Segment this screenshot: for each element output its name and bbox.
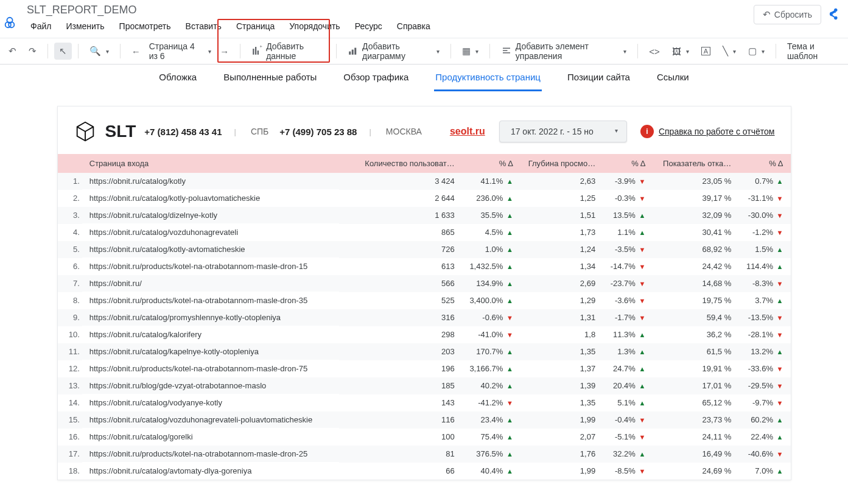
shape-button[interactable]: ▢▾ xyxy=(743,43,769,60)
reset-label: Сбросить xyxy=(774,10,812,19)
table-row[interactable]: 15.https://obnit.ru/catalog/vozduhonagre… xyxy=(58,411,791,429)
tab-5[interactable]: Ссылки xyxy=(656,68,690,91)
arrow-up-icon: ▲ xyxy=(506,195,513,202)
menu-справка[interactable]: Справка xyxy=(391,19,436,33)
prev-page-button[interactable]: ← xyxy=(127,43,145,60)
text-button[interactable]: A xyxy=(696,44,715,58)
table-row[interactable]: 5.https://obnit.ru/catalog/kotly-avtomat… xyxy=(58,241,791,258)
col-header-5[interactable]: % Δ xyxy=(603,154,653,173)
menu-страница[interactable]: Страница xyxy=(230,19,281,33)
table-row[interactable]: 17.https://obnit.ru/products/kotel-na-ot… xyxy=(58,446,791,463)
row-index: 9. xyxy=(58,309,82,326)
menu-упорядочить[interactable]: Упорядочить xyxy=(283,19,346,33)
row-bounce: 59,4 % xyxy=(653,309,738,326)
row-bounce: 24,11 % xyxy=(653,429,738,446)
undo-button[interactable]: ↶ xyxy=(4,43,21,60)
row-url: https://obnit.ru/ xyxy=(82,275,340,292)
row-bounce: 24,69 % xyxy=(653,463,738,480)
row-depth: 2,69 xyxy=(520,275,603,292)
menu-изменить[interactable]: Изменить xyxy=(60,19,110,33)
redo-button[interactable]: ↷ xyxy=(24,43,41,60)
table-row[interactable]: 4.https://obnit.ru/catalog/vozduhonagrev… xyxy=(58,224,791,241)
table-row[interactable]: 18.https://obnit.ru/catalog/avtomaty-dly… xyxy=(58,463,791,480)
delta-cell: -0.3% ▼ xyxy=(603,190,653,207)
menu-файл[interactable]: Файл xyxy=(24,19,57,33)
row-depth: 1,37 xyxy=(520,360,603,377)
row-users: 865 xyxy=(339,224,461,241)
arrow-down-icon: ▼ xyxy=(777,331,783,338)
table-row[interactable]: 12.https://obnit.ru/products/kotel-na-ot… xyxy=(58,360,791,377)
brand-logo-icon xyxy=(74,120,97,143)
embed-button[interactable]: <> xyxy=(644,43,665,60)
image-icon: 🖼 xyxy=(672,46,681,57)
theme-label: Тема и шаблон xyxy=(787,41,839,61)
col-header-4[interactable]: Глубина просмо… xyxy=(520,154,603,173)
col-header-1[interactable]: Страница входа xyxy=(82,154,340,173)
menu-вставить[interactable]: Вставить xyxy=(180,19,228,33)
theme-button[interactable]: Тема и шаблон xyxy=(782,38,844,64)
row-bounce: 30,41 % xyxy=(653,224,738,241)
arrow-down-icon: ▼ xyxy=(506,314,513,321)
chevron-down-icon: ▾ xyxy=(762,48,765,55)
row-depth: 1,51 xyxy=(520,207,603,224)
share-icon[interactable] xyxy=(826,5,841,24)
page-indicator[interactable]: Страница 4 из 6▾ xyxy=(148,38,213,64)
col-header-2[interactable]: Количество пользоват… xyxy=(339,154,461,173)
delta-cell: -30.0% ▼ xyxy=(738,207,790,224)
col-header-3[interactable]: % Δ xyxy=(462,154,520,173)
table-row[interactable]: 1.https://obnit.ru/catalog/kotly3 42441.… xyxy=(58,173,791,190)
line-button[interactable]: ╲▾ xyxy=(718,43,741,60)
separator xyxy=(489,44,490,58)
community-viz-button[interactable]: ▦▾ xyxy=(457,43,483,60)
table-row[interactable]: 7.https://obnit.ru/566134.9% ▲2,69-23.7%… xyxy=(58,275,791,292)
tab-3[interactable]: Продуктивность страниц xyxy=(434,68,542,91)
col-header-6[interactable]: Показатель отка… xyxy=(653,154,738,173)
table-row[interactable]: 3.https://obnit.ru/catalog/dizelnye-kotl… xyxy=(58,207,791,224)
image-button[interactable]: 🖼▾ xyxy=(667,43,694,60)
next-page-button[interactable]: → xyxy=(215,43,234,60)
arrow-up-icon: ▲ xyxy=(639,382,645,390)
menu-просмотреть[interactable]: Просмотреть xyxy=(113,19,177,33)
table-row[interactable]: 9.https://obnit.ru/catalog/promyshlennye… xyxy=(58,309,791,326)
doc-title[interactable]: SLT_REPORT_DEMO xyxy=(24,2,436,18)
add-control-button[interactable]: Добавить элемент управления▾ xyxy=(496,38,632,64)
arrow-up-icon: ▲ xyxy=(639,331,645,338)
row-users: 2 644 xyxy=(339,190,461,207)
add-data-button[interactable]: + Добавить данные xyxy=(247,38,330,64)
table-row[interactable]: 10.https://obnit.ru/catalog/kalorifery29… xyxy=(58,326,791,343)
row-index: 12. xyxy=(58,360,82,377)
table-row[interactable]: 13.https://obnit.ru/blog/gde-vzyat-otrab… xyxy=(58,377,791,394)
col-header-0[interactable] xyxy=(58,154,82,173)
table-row[interactable]: 14.https://obnit.ru/catalog/vodyanye-kot… xyxy=(58,394,791,411)
arrow-down-icon: ▼ xyxy=(777,229,783,236)
tab-1[interactable]: Выполненные работы xyxy=(222,68,318,91)
row-depth: 1,35 xyxy=(520,394,603,411)
zoom-button[interactable]: 🔍▾ xyxy=(85,43,114,60)
arrow-up-icon: ▲ xyxy=(639,348,645,355)
toolbar: ↶ ↷ ↖ 🔍▾ ← Страница 4 из 6▾ → + Добавить… xyxy=(0,38,848,65)
delta-cell: -8.3% ▼ xyxy=(738,275,790,292)
table-row[interactable]: 16.https://obnit.ru/catalog/gorelki10075… xyxy=(58,429,791,446)
row-url: https://obnit.ru/catalog/kotly xyxy=(82,173,340,190)
menu-ресурс[interactable]: Ресурс xyxy=(349,19,388,33)
reset-button[interactable]: ↶ Сбросить xyxy=(754,5,821,24)
col-header-7[interactable]: % Δ xyxy=(738,154,790,173)
tab-4[interactable]: Позиции сайта xyxy=(566,68,631,91)
table-row[interactable]: 11.https://obnit.ru/catalog/kapelnye-kot… xyxy=(58,343,791,360)
zoom-icon: 🔍 xyxy=(89,46,101,57)
tab-0[interactable]: Обложка xyxy=(158,68,198,91)
table-row[interactable]: 2.https://obnit.ru/catalog/kotly-poluavt… xyxy=(58,190,791,207)
add-chart-button[interactable]: Добавить диаграмму▾ xyxy=(343,38,444,64)
text-icon: A xyxy=(701,47,710,55)
tab-2[interactable]: Обзор трафика xyxy=(342,68,410,91)
arrow-down-icon: ▼ xyxy=(639,246,645,253)
row-depth: 1,35 xyxy=(520,343,603,360)
date-range-picker[interactable]: 17 окт. 2022 г. - 15 но xyxy=(499,121,627,142)
table-row[interactable]: 6.https://obnit.ru/products/kotel-na-otr… xyxy=(58,258,791,275)
site-link[interactable]: seolt.ru xyxy=(450,126,485,137)
help-link[interactable]: Справка по работе с отчётом xyxy=(659,127,775,136)
select-tool[interactable]: ↖ xyxy=(54,43,72,60)
arrow-up-icon: ▲ xyxy=(777,178,783,185)
delta-cell: -33.6% ▼ xyxy=(738,360,790,377)
table-row[interactable]: 8.https://obnit.ru/products/kotel-na-otr… xyxy=(58,292,791,309)
